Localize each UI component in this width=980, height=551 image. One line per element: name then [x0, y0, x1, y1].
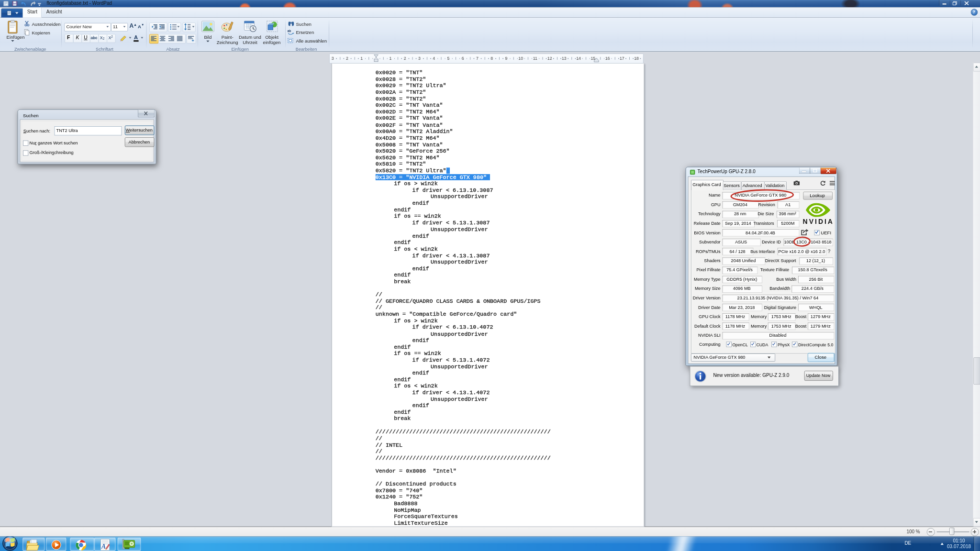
- svg-text:A: A: [101, 543, 106, 550]
- svg-text:ab: ab: [288, 30, 291, 33]
- svg-text:NVIDIA: NVIDIA: [803, 218, 833, 225]
